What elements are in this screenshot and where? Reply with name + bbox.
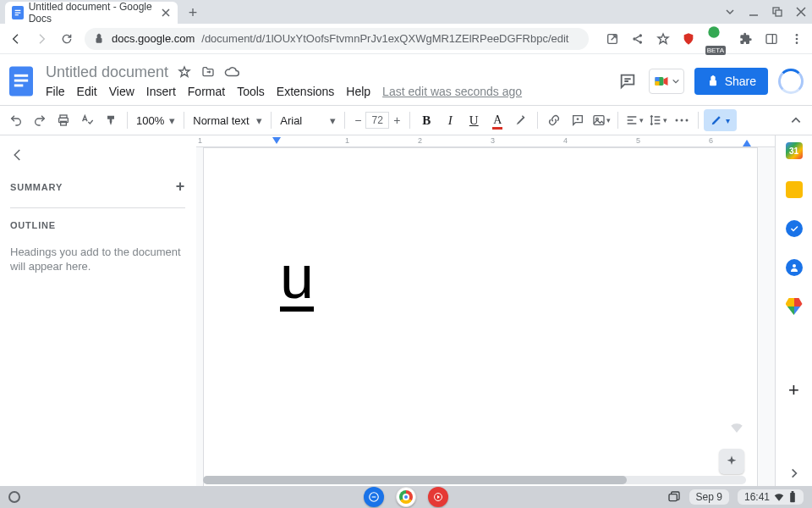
- browser-toolbar: docs.google.com/document/d/1lOUxYtOofsFt…: [0, 24, 812, 54]
- font-size-decrease[interactable]: −: [350, 113, 365, 127]
- extension-shield-icon[interactable]: [682, 32, 695, 46]
- horizontal-scrollbar[interactable]: [203, 476, 746, 484]
- open-external-icon[interactable]: [606, 32, 619, 46]
- get-addons-button[interactable]: +: [788, 379, 799, 401]
- comments-icon[interactable]: [617, 70, 639, 92]
- menu-view[interactable]: View: [109, 83, 134, 100]
- cloud-status-icon[interactable]: [224, 64, 239, 80]
- menu-edit[interactable]: Edit: [77, 83, 97, 100]
- maps-icon[interactable]: [786, 298, 803, 315]
- paragraph-style-dropdown[interactable]: Normal text▾: [189, 109, 266, 131]
- svg-rect-2: [96, 37, 102, 42]
- right-indent-marker[interactable]: [743, 140, 751, 146]
- files-app-icon[interactable]: [364, 487, 384, 507]
- address-bar[interactable]: docs.google.com/document/d/1lOUxYtOofsFt…: [85, 28, 589, 50]
- document-text[interactable]: u: [280, 246, 314, 307]
- sidepanel-icon[interactable]: [765, 32, 778, 46]
- new-tab-button[interactable]: +: [183, 3, 203, 23]
- reload-button[interactable]: [59, 31, 74, 47]
- horizontal-ruler[interactable]: 1 1 2 3 4 5 6: [196, 135, 775, 147]
- italic-button[interactable]: I: [439, 109, 461, 131]
- underline-button[interactable]: U: [463, 109, 485, 131]
- addrbar-actions: BETA: [606, 25, 804, 52]
- share-button[interactable]: Share: [694, 68, 768, 95]
- menu-tools[interactable]: Tools: [237, 83, 265, 100]
- close-window-icon[interactable]: [795, 6, 807, 18]
- minimize-icon[interactable]: [748, 6, 760, 18]
- outline-close-icon[interactable]: [10, 147, 185, 163]
- shelf-status-tray[interactable]: 16:41: [738, 489, 804, 505]
- font-size-increase[interactable]: +: [389, 113, 404, 127]
- tab-search-icon[interactable]: [724, 6, 736, 18]
- menu-insert[interactable]: Insert: [146, 83, 176, 100]
- launcher-button[interactable]: [8, 491, 20, 503]
- hide-menus-button[interactable]: [785, 109, 807, 131]
- insert-link-button[interactable]: [543, 109, 565, 131]
- meet-button[interactable]: [649, 69, 684, 94]
- font-size-input[interactable]: 72: [365, 112, 389, 129]
- menu-file[interactable]: File: [46, 83, 65, 100]
- side-panel-rail: 31 +: [775, 135, 812, 486]
- print-button[interactable]: [52, 109, 74, 131]
- first-line-indent-marker[interactable]: [272, 137, 281, 144]
- align-button[interactable]: ▾: [623, 109, 645, 131]
- spellcheck-button[interactable]: [76, 109, 98, 131]
- tab-title: Untitled document - Google Docs: [29, 1, 156, 25]
- docs-favicon: [12, 6, 24, 19]
- menu-format[interactable]: Format: [188, 83, 225, 100]
- chrome-app-icon[interactable]: [396, 487, 416, 507]
- svg-rect-18: [655, 81, 659, 86]
- calendar-icon[interactable]: 31: [786, 142, 803, 159]
- youtube-music-icon[interactable]: [428, 487, 448, 507]
- maximize-icon[interactable]: [771, 6, 783, 18]
- text-color-button[interactable]: A: [486, 109, 508, 131]
- extensions-icon[interactable]: [739, 32, 753, 46]
- redo-button[interactable]: [29, 109, 51, 131]
- contacts-icon[interactable]: [786, 259, 803, 276]
- shelf-windows-icon[interactable]: [667, 490, 681, 504]
- paint-format-button[interactable]: [100, 109, 122, 131]
- keep-icon[interactable]: [786, 181, 803, 198]
- wifi-icon: [773, 491, 785, 503]
- document-page[interactable]: u: [203, 147, 758, 486]
- move-icon[interactable]: [200, 64, 216, 80]
- site-info-icon[interactable]: [93, 33, 105, 45]
- star-icon[interactable]: [177, 64, 192, 80]
- more-button[interactable]: [671, 109, 693, 131]
- tasks-icon[interactable]: [786, 220, 803, 237]
- extension-beta-icon[interactable]: BETA: [707, 25, 727, 52]
- menu-help[interactable]: Help: [346, 83, 370, 100]
- editing-mode-button[interactable]: ▾: [704, 109, 737, 131]
- shelf-date[interactable]: Sep 9: [689, 489, 729, 505]
- menu-extensions[interactable]: Extensions: [277, 83, 334, 100]
- bookmark-icon[interactable]: [656, 32, 670, 46]
- account-avatar[interactable]: [778, 69, 804, 94]
- undo-button[interactable]: [5, 109, 27, 131]
- tab-close-icon[interactable]: [161, 7, 171, 19]
- docs-home-icon[interactable]: [5, 61, 37, 102]
- line-spacing-button[interactable]: ▾: [647, 109, 669, 131]
- chrome-menu-icon[interactable]: [790, 32, 804, 46]
- docs-titlebar: Untitled document File Edit View Insert …: [0, 54, 812, 105]
- explore-button[interactable]: [719, 449, 744, 474]
- browser-tabstrip: Untitled document - Google Docs +: [0, 0, 812, 24]
- svg-rect-15: [14, 85, 24, 87]
- browser-tab-active[interactable]: Untitled document - Google Docs: [5, 2, 178, 24]
- highlight-button[interactable]: [510, 109, 532, 131]
- document-title[interactable]: Untitled document: [46, 64, 168, 81]
- share-page-icon[interactable]: [631, 32, 645, 46]
- font-dropdown[interactable]: Arial▾: [277, 109, 339, 131]
- svg-rect-1: [776, 10, 782, 16]
- back-button[interactable]: [8, 31, 24, 47]
- insert-comment-button[interactable]: [567, 109, 589, 131]
- window-controls: [724, 0, 807, 24]
- svg-rect-23: [594, 116, 604, 125]
- last-edit-link[interactable]: Last edit was seconds ago: [382, 83, 522, 100]
- bold-button[interactable]: B: [415, 109, 437, 131]
- insert-image-button[interactable]: ▾: [590, 109, 612, 131]
- zoom-dropdown[interactable]: 100%▾: [133, 109, 178, 131]
- add-summary-button[interactable]: +: [176, 178, 185, 196]
- svg-point-26: [681, 119, 683, 122]
- side-panel-expand-icon[interactable]: [788, 467, 800, 479]
- svg-rect-17: [655, 77, 659, 81]
